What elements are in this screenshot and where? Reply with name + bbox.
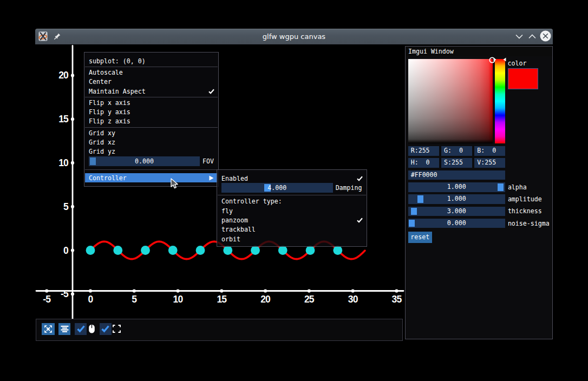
color-swatch[interactable]	[508, 68, 539, 89]
window-titlebar[interactable]: glfw wgpu canvas	[35, 29, 553, 44]
menu-item-orbit[interactable]: orbit	[217, 234, 367, 244]
hsv-field-1[interactable]: S:255	[441, 158, 472, 168]
center-button[interactable]	[58, 323, 70, 335]
scatter-marker[interactable]	[168, 246, 178, 255]
mouse-cursor-icon	[171, 178, 179, 190]
x-tick-label: -5	[43, 294, 51, 305]
checkmark-icon	[101, 325, 110, 333]
scatter-marker[interactable]	[223, 246, 232, 255]
alpha-slider-label: alpha	[508, 183, 527, 191]
align-center-icon	[61, 325, 69, 333]
reset-button[interactable]: reset	[408, 232, 432, 243]
damping-slider-label: Damping	[336, 184, 362, 192]
scatter-marker[interactable]	[278, 246, 288, 255]
menu-item-label: panzoom	[221, 216, 248, 224]
hex-color-input[interactable]: #FF0000	[408, 170, 505, 180]
panzoom-checkbox[interactable]	[75, 323, 87, 335]
fov-slider-label: FOV	[202, 157, 214, 165]
plot-toolbar	[36, 319, 403, 341]
fov-slider[interactable]: 0.000	[89, 156, 200, 166]
noise-sigma-slider-label: noise-sigma	[508, 220, 550, 227]
menu-item-label: fly	[221, 207, 233, 215]
menu-item-grid-yz[interactable]: Grid yz	[84, 147, 218, 156]
x-tick-label: 35	[391, 294, 402, 305]
x-tick-label: 30	[348, 294, 358, 305]
imgui-window-title[interactable]: Imgui Window	[406, 47, 552, 57]
hsv-field-0[interactable]: H: 0	[408, 158, 439, 168]
color-label: color	[508, 59, 527, 68]
x-tick-dot	[264, 289, 267, 292]
menu-separator	[85, 97, 218, 97]
scatter-marker[interactable]	[86, 246, 95, 255]
menu-item-autoscale[interactable]: Autoscale	[84, 68, 218, 77]
menu-item-flip-x-axis[interactable]: Flip x axis	[84, 98, 218, 107]
menu-item-label: Autoscale	[89, 69, 123, 76]
amplitude-slider[interactable]: 1.000	[408, 194, 505, 204]
thickness-slider-value: 3.000	[408, 207, 505, 216]
menu-item-flip-z-axis[interactable]: Flip z axis	[84, 117, 218, 126]
alpha-slider-value: 1.000	[408, 182, 505, 192]
amplitude-slider-value: 1.000	[408, 194, 505, 204]
rgb-field-2[interactable]: B: 0	[474, 146, 505, 156]
menu-item-controller[interactable]: Controller	[85, 173, 218, 182]
noise-sigma-slider[interactable]: 0.000	[408, 219, 505, 228]
menu-item-label: orbit	[221, 235, 240, 243]
menu-item-grid-xz[interactable]: Grid xz	[84, 137, 218, 147]
thickness-slider-row: 3.000thickness	[408, 207, 542, 216]
menu-item-trackball[interactable]: trackball	[217, 225, 367, 234]
noise-sigma-slider-row: 0.000noise-sigma	[408, 219, 550, 228]
menu-header-label: subplot: (0, 0)	[89, 57, 146, 65]
close-button close-icon[interactable]	[540, 30, 551, 42]
thickness-slider[interactable]: 3.000	[408, 207, 505, 216]
y-tick-label: 10	[58, 157, 69, 168]
menu-header-label: Controller type:	[221, 198, 282, 205]
menu-item-fly[interactable]: fly	[217, 206, 367, 215]
scatter-marker[interactable]	[113, 246, 122, 255]
y-tick-dot	[71, 161, 74, 165]
x-tick-label: 0	[88, 294, 94, 305]
menu-item-grid-xy[interactable]: Grid xy	[84, 128, 218, 137]
maintain-aspect-checkbox[interactable]	[100, 323, 112, 335]
scatter-marker[interactable]	[251, 246, 260, 255]
maximize-button chevron-up-icon[interactable]	[528, 34, 536, 39]
damping-slider-value: 4.000	[221, 183, 333, 193]
scatter-marker[interactable]	[306, 246, 315, 255]
scatter-marker[interactable]	[196, 246, 205, 255]
menu-item-maintain-aspect[interactable]: Maintain Aspect	[84, 87, 218, 96]
menu-item-center[interactable]: Center	[84, 77, 218, 87]
menu-item-label: Flip y axis	[89, 108, 130, 116]
menu-item-flip-y-axis[interactable]: Flip y axis	[84, 107, 218, 116]
scatter-marker[interactable]	[333, 246, 342, 255]
alpha-slider[interactable]: 1.000	[408, 182, 505, 192]
x-tick-label: 25	[304, 294, 315, 305]
x-tick-label: 20	[260, 294, 271, 305]
menu-separator	[218, 195, 366, 195]
menu-item-enabled[interactable]: Enabled	[217, 174, 367, 183]
saturation-value-picker[interactable]	[408, 59, 493, 143]
amplitude-slider-label: amplitude	[508, 195, 542, 203]
menu-item-panzoom[interactable]: panzoom	[217, 215, 367, 225]
hue-bar[interactable]	[495, 59, 505, 143]
imgui-window[interactable]: Imgui Window color R:255G: 0B: 0 H: 0S:2…	[405, 46, 553, 339]
fov-slider-value: 0.000	[89, 156, 200, 166]
fullscreen-icon[interactable]	[113, 323, 121, 335]
hsv-field-2[interactable]: V:255	[474, 158, 505, 168]
minimize-button chevron-down-icon[interactable]	[515, 34, 523, 39]
menu-item-label: Grid xz	[89, 139, 115, 146]
scatter-marker[interactable]	[141, 246, 150, 255]
submenu-arrow-icon	[209, 175, 214, 181]
y-tick-dot	[71, 74, 74, 77]
x-tick-dot	[176, 289, 179, 292]
y-tick-label: 0	[63, 245, 69, 256]
controller-submenu: Enabled4.000DampingController type:flypa…	[217, 169, 367, 247]
menu-item-label: Maintain Aspect	[89, 88, 146, 95]
y-tick-label: 20	[58, 70, 69, 81]
menu-header-subplot: subplot: (0, 0)	[84, 56, 218, 65]
x-tick-dot	[45, 289, 48, 292]
y-tick-dot	[71, 117, 74, 121]
damping-slider[interactable]: 4.000	[221, 183, 333, 193]
autoscale-button[interactable]	[42, 323, 55, 335]
rgb-field-0[interactable]: R:255	[408, 146, 439, 156]
subplot-context-menu: subplot: (0, 0)AutoscaleCenterMaintain A…	[84, 52, 219, 187]
rgb-field-1[interactable]: G: 0	[441, 146, 472, 156]
